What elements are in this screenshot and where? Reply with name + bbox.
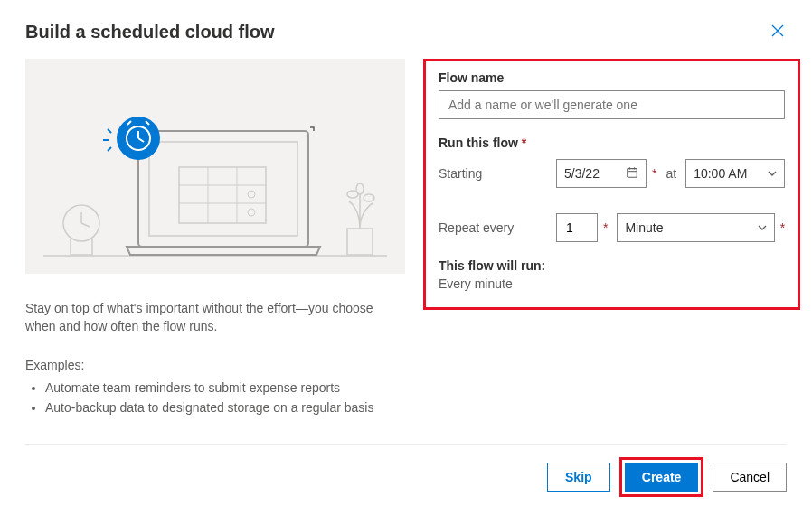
svg-rect-5 [149, 142, 297, 236]
svg-point-12 [248, 209, 255, 216]
svg-line-3 [81, 223, 90, 227]
form-panel: Flow name Run this flow * Starting 5/3/2… [423, 59, 800, 310]
illustration [25, 59, 405, 274]
repeat-every-label: Repeat every [439, 220, 547, 235]
run-this-flow-label: Run this flow * [439, 136, 785, 150]
svg-point-19 [364, 194, 374, 201]
at-label: at [666, 166, 676, 181]
chevron-down-icon [768, 166, 777, 181]
flow-run-summary-text: Every minute [439, 276, 785, 291]
cancel-button[interactable]: Cancel [713, 463, 787, 492]
description-text: Stay on top of what's important without … [25, 299, 405, 336]
flow-name-label: Flow name [439, 70, 785, 85]
svg-point-20 [356, 183, 364, 194]
close-icon[interactable] [769, 22, 787, 42]
starting-date-value: 5/3/22 [564, 166, 620, 181]
starting-time-value: 10:00 AM [694, 166, 747, 181]
repeat-value-input[interactable] [556, 213, 598, 242]
examples-label: Examples: [25, 358, 405, 372]
skip-button[interactable]: Skip [547, 463, 610, 492]
chevron-down-icon [758, 220, 767, 235]
calendar-icon [626, 166, 638, 182]
repeat-unit-select[interactable]: Minute [617, 213, 774, 242]
svg-rect-21 [628, 168, 637, 177]
create-button[interactable]: Create [625, 463, 699, 492]
svg-rect-6 [179, 167, 266, 223]
flow-run-summary-label: This flow will run: [439, 258, 785, 273]
svg-rect-17 [347, 229, 373, 255]
create-button-highlight: Create [619, 457, 704, 497]
svg-point-11 [248, 191, 255, 198]
starting-time-select[interactable]: 10:00 AM [685, 159, 785, 188]
svg-rect-4 [138, 131, 308, 247]
repeat-unit-value: Minute [625, 220, 663, 235]
example-item: Auto-backup data to designated storage o… [45, 398, 405, 417]
dialog-title: Build a scheduled cloud flow [25, 22, 275, 42]
flow-name-input[interactable] [439, 90, 785, 119]
starting-label: Starting [439, 166, 547, 181]
starting-date-picker[interactable]: 5/3/22 [556, 159, 647, 188]
example-item: Automate team reminders to submit expens… [45, 378, 405, 398]
examples-list: Automate team reminders to submit expens… [25, 378, 405, 418]
